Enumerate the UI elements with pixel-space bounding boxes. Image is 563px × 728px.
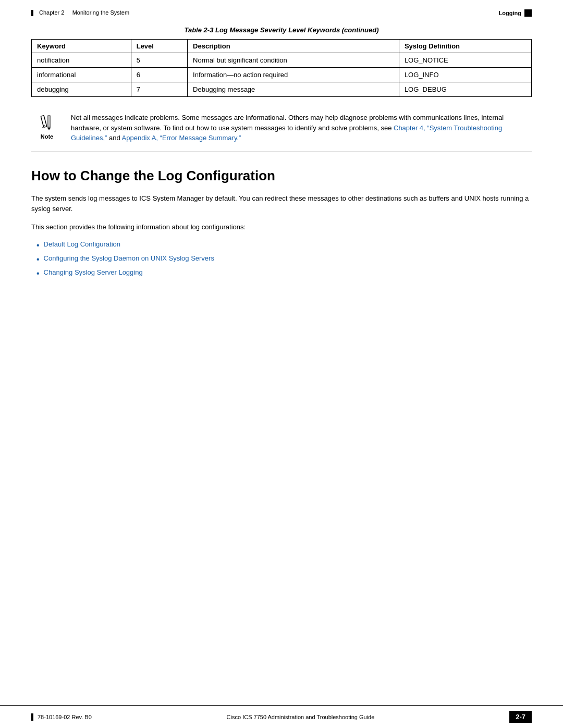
note-link2[interactable]: Appendix A, “Error Message Summary.” [122, 134, 241, 142]
note-section: Note Not all messages indicate problems.… [31, 113, 532, 152]
cell-syslog: LOG_NOTICE [399, 53, 531, 68]
footer-revision: 78-10169-02 Rev. B0 [38, 714, 92, 720]
section-heading: How to Change the Log Configuration [31, 168, 532, 184]
footer-center: Cisco ICS 7750 Administration and Troubl… [227, 714, 375, 720]
header-left: Chapter 2 Monitoring the System [31, 9, 129, 16]
list-item: •Changing Syslog Server Logging [36, 268, 532, 279]
page-container: Chapter 2 Monitoring the System Logging … [0, 0, 563, 728]
table-header-row: Keyword Level Description Syslog Definit… [32, 40, 532, 53]
table-row: debugging 7 Debugging message LOG_DEBUG [32, 82, 532, 97]
bullet-list: •Default Log Configuration•Configuring t… [36, 240, 532, 279]
cell-description: Information—no action required [188, 68, 399, 82]
table-row: informational 6 Information—no action re… [32, 68, 532, 82]
cell-level: 6 [131, 68, 187, 82]
bullet-link[interactable]: Configuring the Syslog Daemon on UNIX Sy… [44, 254, 214, 262]
bullet-dot-icon: • [36, 240, 40, 251]
cell-keyword: notification [32, 53, 131, 68]
bullet-link[interactable]: Changing Syslog Server Logging [44, 268, 143, 276]
chapter-title: Monitoring the System [72, 9, 129, 16]
header-black-square [524, 9, 532, 17]
cell-description: Normal but significant condition [188, 53, 399, 68]
cell-keyword: informational [32, 68, 131, 82]
footer-separator [31, 713, 33, 721]
cell-description: Debugging message [188, 82, 399, 97]
col-keyword: Keyword [32, 40, 131, 53]
col-syslog: Syslog Definition [399, 40, 531, 53]
list-item: •Default Log Configuration [36, 240, 532, 251]
col-level: Level [131, 40, 187, 53]
table-section: Table 2-3 Log Message Severity Level Key… [31, 26, 532, 97]
list-item: •Configuring the Syslog Daemon on UNIX S… [36, 254, 532, 265]
logging-label: Logging [499, 10, 521, 16]
header-separator [31, 10, 33, 16]
footer-left: 78-10169-02 Rev. B0 [31, 713, 92, 721]
bullet-link[interactable]: Default Log Configuration [44, 240, 120, 248]
bullet-dot-icon: • [36, 254, 40, 265]
svg-marker-2 [48, 116, 50, 128]
note-pencil-icon [38, 113, 56, 131]
severity-table: Keyword Level Description Syslog Definit… [31, 39, 532, 97]
note-icon-area: Note [31, 113, 63, 140]
page-header: Chapter 2 Monitoring the System Logging [0, 0, 563, 21]
cell-syslog: LOG_INFO [399, 68, 531, 82]
note-label: Note [41, 133, 53, 140]
col-description: Description [188, 40, 399, 53]
note-text-content: Not all messages indicate problems. Some… [71, 113, 532, 143]
section-paragraph1: The system sends log messages to ICS Sys… [31, 193, 532, 215]
cell-level: 5 [131, 53, 187, 68]
cell-keyword: debugging [32, 82, 131, 97]
section-paragraph2: This section provides the following info… [31, 222, 532, 233]
bullet-dot-icon: • [36, 268, 40, 279]
cell-syslog: LOG_DEBUG [399, 82, 531, 97]
cell-level: 7 [131, 82, 187, 97]
table-row: notification 5 Normal but significant co… [32, 53, 532, 68]
footer-page-number: 2-7 [509, 711, 532, 723]
header-right: Logging [499, 9, 532, 17]
table-caption: Table 2-3 Log Message Severity Level Key… [31, 26, 532, 34]
main-content: Table 2-3 Log Message Severity Level Key… [0, 21, 563, 303]
svg-marker-3 [48, 128, 50, 130]
table-caption-text: Table 2-3 Log Message Severity Level Key… [184, 26, 378, 34]
page-footer: 78-10169-02 Rev. B0 Cisco ICS 7750 Admin… [0, 705, 563, 728]
chapter-label: Chapter 2 [39, 9, 64, 16]
note-text-part2: and [107, 134, 121, 142]
